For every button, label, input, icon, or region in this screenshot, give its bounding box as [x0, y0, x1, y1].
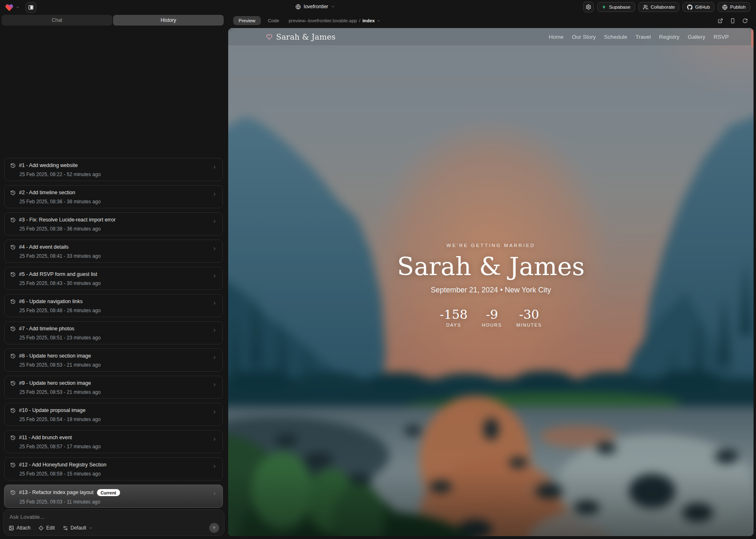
hero-date-location: September 21, 2024 • New York City — [431, 286, 551, 294]
tab-code[interactable]: Code — [268, 18, 279, 23]
history-item-title: #9 - Update hero section image — [19, 380, 91, 386]
history-item[interactable]: #12 - Add Honeyfund Registry Section 25 … — [4, 457, 223, 480]
history-item[interactable]: #13 - Refactor index page layout Current… — [4, 485, 223, 508]
nav-link[interactable]: RSVP — [713, 34, 729, 40]
history-item[interactable]: #11 - Add brunch event 25 Feb 2025, 08:5… — [4, 430, 223, 453]
chevron-right-icon[interactable] — [212, 491, 217, 496]
history-item[interactable]: #1 - Add wedding website 25 Feb 2025, 08… — [4, 158, 223, 181]
history-item-title: #7 - Add timeline photos — [19, 326, 74, 332]
url-page: index — [362, 18, 375, 23]
history-item-date: 25 Feb 2025, 08:22 - 52 minutes ago — [19, 172, 206, 177]
project-switcher[interactable]: lovefrontier — [295, 0, 335, 13]
chevron-right-icon[interactable] — [212, 410, 217, 414]
heart-outline-icon — [266, 34, 272, 40]
brand-area — [5, 2, 36, 13]
tab-history[interactable]: History — [113, 15, 224, 26]
history-clock-icon — [10, 245, 16, 250]
chevron-right-icon[interactable] — [212, 464, 217, 469]
nav-link[interactable]: Gallery — [687, 34, 705, 40]
chevron-right-icon[interactable] — [212, 437, 217, 442]
tab-chat[interactable]: Chat — [2, 15, 112, 26]
chevron-right-icon[interactable] — [212, 219, 217, 224]
attach-button[interactable]: Attach — [9, 525, 31, 531]
history-item[interactable]: #7 - Add timeline photos 25 Feb 2025, 08… — [4, 321, 223, 344]
arrow-up-icon — [212, 525, 217, 530]
history-item[interactable]: #2 - Add timeline section 25 Feb 2025, 0… — [4, 185, 223, 208]
chevron-right-icon[interactable] — [212, 192, 217, 197]
nav-link[interactable]: Home — [549, 34, 564, 40]
scrollbar-thumb[interactable] — [751, 29, 754, 47]
history-item-title: #3 - Fix: Resolve Lucide-react import er… — [19, 217, 116, 223]
history-item[interactable]: #8 - Update hero section image 25 Feb 20… — [4, 348, 223, 372]
settings-sliders-icon — [63, 525, 68, 531]
history-item[interactable]: #9 - Update hero section image 25 Feb 20… — [4, 376, 223, 399]
history-item-title: #12 - Add Honeyfund Registry Section — [19, 462, 106, 468]
collaborate-label: Collaborate — [651, 5, 675, 9]
history-item[interactable]: #6 - Update navigation links 25 Feb 2025… — [4, 294, 223, 317]
tab-preview[interactable]: Preview — [233, 16, 261, 25]
open-in-new-window-button[interactable] — [718, 18, 723, 24]
site-logo[interactable]: Sarah & James — [266, 32, 335, 41]
history-item[interactable]: #3 - Fix: Resolve Lucide-react import er… — [4, 212, 223, 235]
nav-link[interactable]: Registry — [659, 34, 680, 40]
history-item-title: #2 - Add timeline section — [19, 190, 75, 196]
preview-url[interactable]: preview--lovefrontier.lovable.app / inde… — [288, 18, 380, 23]
history-item-title-row: #9 - Update hero section image — [10, 380, 206, 386]
countdown-unit: -30 MINUTES — [516, 308, 542, 327]
mobile-view-button[interactable] — [730, 18, 735, 24]
history-item[interactable]: #10 - Update proposal image 25 Feb 2025,… — [4, 403, 223, 426]
project-name: lovefrontier — [304, 4, 328, 9]
publish-button[interactable]: Publish — [718, 2, 750, 12]
top-bar-actions: Supabase Collaborate GitHub Publish — [583, 2, 750, 12]
globe-icon — [722, 5, 728, 10]
site-preview-frame[interactable]: Sarah & James HomeOur StoryScheduleTrave… — [228, 28, 754, 536]
collaborate-button[interactable]: Collaborate — [638, 2, 680, 12]
refresh-icon — [742, 18, 748, 24]
nav-link[interactable]: Our Story — [572, 34, 596, 40]
chevron-right-icon[interactable] — [212, 301, 217, 306]
ask-lovable-input[interactable] — [9, 513, 221, 521]
panel-left-icon — [28, 5, 34, 10]
send-button[interactable] — [209, 523, 219, 533]
countdown-unit: -158 DAYS — [440, 308, 468, 327]
countdown-value: -158 — [440, 308, 468, 321]
current-badge: Current — [97, 489, 120, 496]
chevron-right-icon[interactable] — [212, 273, 217, 278]
toggle-sidebar-button[interactable] — [26, 2, 36, 13]
chevron-right-icon[interactable] — [212, 246, 217, 251]
composer-actions: Attach Edit Default — [9, 523, 219, 533]
url-separator: / — [359, 18, 360, 23]
github-button[interactable]: GitHub — [683, 2, 714, 12]
settings-button[interactable] — [583, 2, 594, 12]
nav-link[interactable]: Schedule — [604, 34, 627, 40]
history-item-date: 25 Feb 2025, 08:36 - 38 minutes ago — [19, 199, 206, 205]
history-item-title-row: #3 - Fix: Resolve Lucide-react import er… — [10, 217, 206, 223]
chevron-right-icon[interactable] — [212, 355, 217, 360]
select-target-icon — [38, 525, 44, 531]
chevron-right-icon[interactable] — [212, 328, 217, 333]
supabase-button[interactable]: Supabase — [597, 2, 635, 12]
users-icon — [643, 5, 648, 10]
history-item-title: #6 - Update navigation links — [19, 299, 83, 305]
history-item-title: #11 - Add brunch event — [19, 435, 72, 441]
github-label: GitHub — [695, 5, 710, 9]
refresh-button[interactable] — [742, 18, 748, 24]
history-item-title: #10 - Update proposal image — [19, 407, 85, 414]
history-item-title-row: #5 - Add RSVP form and guest list — [10, 271, 206, 278]
lovable-logo-heart-icon[interactable] — [5, 3, 14, 12]
chevron-right-icon[interactable] — [212, 165, 217, 169]
history-clock-icon — [10, 190, 16, 195]
hero-content: WE’RE GETTING MARRIED Sarah & James Sept… — [228, 243, 754, 327]
mode-select[interactable]: Default — [63, 525, 92, 531]
edit-button[interactable]: Edit — [38, 525, 55, 531]
nav-link[interactable]: Travel — [636, 34, 651, 40]
history-item-date: 25 Feb 2025, 08:48 - 26 minutes ago — [19, 308, 206, 313]
history-item[interactable]: #4 - Add event details 25 Feb 2025, 08:4… — [4, 240, 223, 263]
chevron-right-icon[interactable] — [212, 382, 217, 387]
history-item[interactable]: #5 - Add RSVP form and guest list 25 Feb… — [4, 267, 223, 290]
history-item-title: #4 - Add event details — [19, 244, 69, 250]
brand-chevron-down-icon[interactable] — [16, 5, 20, 9]
site-logo-text: Sarah & James — [276, 32, 335, 41]
history-item-title: #5 - Add RSVP form and guest list — [19, 271, 97, 278]
history-item-title-row: #1 - Add wedding website — [10, 162, 206, 169]
